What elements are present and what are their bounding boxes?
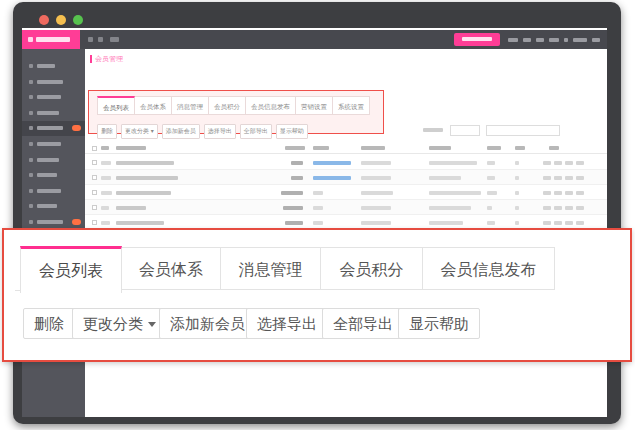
topbar-link-0[interactable] xyxy=(508,38,518,42)
callout-tab-1[interactable]: 会员体系 xyxy=(121,247,221,290)
column-header-placeholder-8 xyxy=(549,146,559,150)
row-checkbox[interactable] xyxy=(92,220,97,225)
date-placeholder xyxy=(361,191,393,195)
row-action-link-0[interactable] xyxy=(543,221,551,225)
callout-button-1[interactable]: 更改分类 xyxy=(72,308,167,339)
row-action-link-3[interactable] xyxy=(576,191,584,195)
row-action-link-3[interactable] xyxy=(576,161,584,165)
sidebar-item-3[interactable] xyxy=(22,106,85,121)
row-action-link-0[interactable] xyxy=(543,176,551,180)
count-placeholder xyxy=(487,161,495,165)
topbar-link-4[interactable] xyxy=(564,38,568,42)
row-checkbox[interactable] xyxy=(92,205,97,210)
sidebar-item-6[interactable] xyxy=(22,153,85,168)
callout-tab-3[interactable]: 会员积分 xyxy=(320,247,423,290)
topbar-link-5[interactable] xyxy=(573,38,587,42)
sidebar-item-7[interactable] xyxy=(22,168,85,183)
column-header-placeholder-1 xyxy=(116,146,146,150)
topbar-link-6[interactable] xyxy=(592,38,600,42)
menu-icon[interactable] xyxy=(110,37,119,42)
row-action-link-2[interactable] xyxy=(565,161,573,165)
zoom-window-button[interactable] xyxy=(73,15,83,25)
member-id-placeholder xyxy=(101,191,112,195)
level-placeholder xyxy=(313,221,323,225)
callout-tab-0[interactable]: 会员列表 xyxy=(20,246,122,293)
column-header-placeholder-7 xyxy=(515,146,525,150)
mini-tab-3[interactable]: 会员积分 xyxy=(209,96,246,115)
sidebar-item-8[interactable] xyxy=(22,184,85,199)
sidebar-item-9[interactable] xyxy=(22,199,85,214)
mini-tab-6[interactable]: 系统设置 xyxy=(333,96,370,115)
topbar-link-1[interactable] xyxy=(523,38,531,42)
callout-button-2[interactable]: 添加新会员 xyxy=(159,308,256,339)
sidebar-item-4[interactable] xyxy=(22,121,85,136)
row-checkbox[interactable] xyxy=(92,160,97,165)
magnified-callout-panel: 会员列表会员体系消息管理会员积分会员信息发布 删除更改分类添加新会员选择导出全部… xyxy=(2,228,632,362)
member-id-placeholder xyxy=(101,206,109,210)
sidebar-item-1[interactable] xyxy=(22,75,85,90)
row-action-link-1[interactable] xyxy=(554,191,562,195)
callout-button-5[interactable]: 显示帮助 xyxy=(398,308,480,339)
member-id-placeholder xyxy=(101,221,110,225)
column-header-placeholder-5 xyxy=(429,146,451,150)
member-name-placeholder xyxy=(116,161,174,165)
sidebar-item-5[interactable] xyxy=(22,137,85,152)
row-action-link-2[interactable] xyxy=(565,221,573,225)
refresh-icon[interactable] xyxy=(98,37,103,42)
sidebar-item-2[interactable] xyxy=(22,90,85,105)
title-accent-bar xyxy=(90,55,92,63)
topbar-link-3[interactable] xyxy=(549,38,559,42)
mini-tab-1[interactable]: 会员体系 xyxy=(135,96,172,115)
row-action-link-3[interactable] xyxy=(576,176,584,180)
topbar-link-2[interactable] xyxy=(536,38,544,42)
row-action-link-3[interactable] xyxy=(576,221,584,225)
sidebar-item-label-placeholder xyxy=(37,204,57,208)
callout-button-label: 更改分类 xyxy=(83,315,143,332)
callout-button-label: 添加新会员 xyxy=(170,315,245,332)
contact-placeholder xyxy=(429,206,471,210)
contact-placeholder xyxy=(429,161,477,165)
row-action-link-3[interactable] xyxy=(576,206,584,210)
callout-tab-label: 会员列表 xyxy=(39,262,103,279)
callout-button-4[interactable]: 全部导出 xyxy=(322,308,404,339)
row-action-link-2[interactable] xyxy=(565,191,573,195)
home-icon[interactable] xyxy=(88,37,93,42)
row-action-link-2[interactable] xyxy=(565,176,573,180)
row-checkbox[interactable] xyxy=(92,175,97,180)
close-window-button[interactable] xyxy=(39,15,49,25)
mini-tab-2[interactable]: 消息管理 xyxy=(172,96,209,115)
row-action-link-1[interactable] xyxy=(554,221,562,225)
row-actions xyxy=(543,176,587,180)
page-title-text: 会员管理 xyxy=(95,54,123,64)
mini-tab-4[interactable]: 会员信息发布 xyxy=(246,96,296,115)
row-action-link-1[interactable] xyxy=(554,206,562,210)
mini-tab-0[interactable]: 会员列表 xyxy=(97,96,135,115)
callout-button-0[interactable]: 删除 xyxy=(23,308,75,339)
callout-tab-2[interactable]: 消息管理 xyxy=(220,247,321,290)
minimize-window-button[interactable] xyxy=(56,15,66,25)
sidebar-item-label-placeholder xyxy=(37,64,55,68)
callout-button-row: 删除更改分类添加新会员选择导出全部导出显示帮助 xyxy=(4,308,630,342)
callout-tab-4[interactable]: 会员信息发布 xyxy=(422,247,555,290)
mini-tab-5[interactable]: 营销设置 xyxy=(296,96,333,115)
column-header-placeholder-4 xyxy=(361,146,385,150)
mini-tab-bar: 会员列表会员体系消息管理会员积分会员信息发布营销设置系统设置 xyxy=(97,96,370,115)
search-input[interactable] xyxy=(486,125,560,136)
row-action-link-1[interactable] xyxy=(554,176,562,180)
sidebar-item-icon xyxy=(29,111,33,115)
row-checkbox[interactable] xyxy=(92,190,97,195)
table-row xyxy=(85,185,607,200)
select-all-checkbox[interactable] xyxy=(92,146,97,151)
row-action-link-0[interactable] xyxy=(543,161,551,165)
brand-logo[interactable] xyxy=(22,30,80,49)
callout-button-3[interactable]: 选择导出 xyxy=(246,308,328,339)
row-action-link-1[interactable] xyxy=(554,161,562,165)
row-action-link-0[interactable] xyxy=(543,206,551,210)
row-action-link-2[interactable] xyxy=(565,206,573,210)
sidebar-item-0[interactable] xyxy=(22,59,85,74)
category-select[interactable] xyxy=(450,125,480,136)
brand-icon xyxy=(28,37,33,42)
upgrade-button[interactable] xyxy=(454,33,500,46)
upgrade-label-placeholder xyxy=(462,37,492,41)
row-action-link-0[interactable] xyxy=(543,191,551,195)
